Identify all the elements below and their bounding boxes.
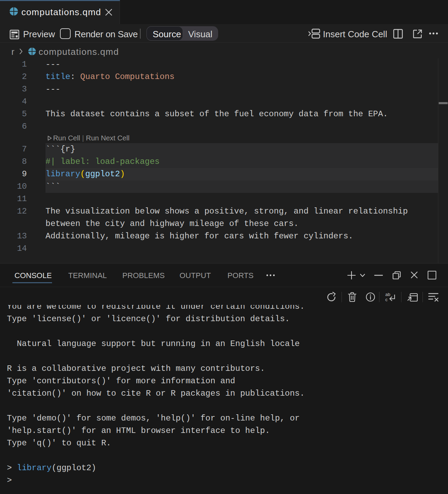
svg-text:c: c <box>385 297 388 302</box>
svg-text:ab: ab <box>385 292 390 297</box>
